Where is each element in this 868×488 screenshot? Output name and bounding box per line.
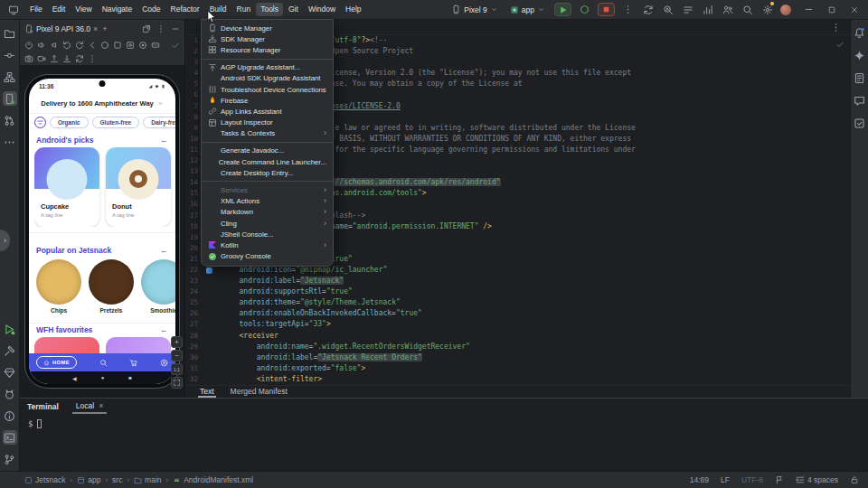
status-line-separator[interactable]: LF	[721, 475, 730, 484]
sync-icon[interactable]	[75, 54, 84, 63]
video-icon[interactable]	[37, 54, 46, 63]
find-action-button[interactable]	[661, 3, 675, 16]
phone-screen[interactable]: 11:36Delivery to 1600 Amphitheater WayOr…	[29, 79, 175, 384]
app-quality-insights-tool-button[interactable]	[3, 365, 17, 380]
nav-search-icon[interactable]	[99, 359, 108, 367]
menu-run[interactable]: Run	[232, 3, 256, 16]
terminal-body[interactable]: $	[20, 414, 868, 428]
profiler-button[interactable]	[578, 3, 591, 16]
menu-item-troubleshoot-device-connections[interactable]: Troubleshoot Device Connections	[202, 84, 333, 95]
snack-card-cupcake[interactable]: CupcakeA tag line	[34, 147, 99, 227]
gradle-sync-button[interactable]	[641, 3, 655, 16]
launcher-icon-preview[interactable]	[206, 267, 212, 274]
editor-more-icon[interactable]	[831, 23, 841, 33]
menu-view[interactable]: View	[71, 3, 96, 16]
menu-file[interactable]: File	[25, 3, 47, 16]
screenshot-icon[interactable]	[126, 41, 135, 50]
menu-item-resource-manager[interactable]: Resource Manager	[202, 44, 333, 55]
menu-item-markdown[interactable]: Markdown›	[202, 207, 333, 218]
menu-refactor[interactable]: Refactor	[166, 3, 204, 16]
more-tool-button[interactable]	[3, 135, 17, 149]
chip-gluten-free[interactable]: Gluten-free	[92, 117, 140, 128]
maximize-button[interactable]	[825, 3, 838, 16]
device-tab[interactable]: Pixel 9 API 36.0×	[24, 24, 98, 33]
android-recents-button[interactable]: ■	[128, 375, 132, 380]
menu-git[interactable]: Git	[284, 3, 303, 16]
chip-organic[interactable]: Organic	[50, 117, 89, 128]
editor-tab-merged-manifest[interactable]: Merged Manifest	[229, 386, 289, 398]
more-actions-button[interactable]	[621, 3, 635, 16]
menu-edit[interactable]: Edit	[48, 3, 71, 16]
status-file-encoding[interactable]: UTF-8	[741, 475, 763, 484]
menu-item-firebase[interactable]: Firebase	[202, 95, 333, 106]
record-icon[interactable]	[138, 41, 147, 50]
run-config-selector[interactable]: app	[507, 4, 548, 16]
home-icon[interactable]	[100, 41, 109, 50]
breadcrumb-src[interactable]: src	[112, 475, 122, 484]
close-icon[interactable]: ×	[99, 401, 103, 410]
close-icon[interactable]: ×	[93, 24, 98, 33]
menu-item-kotlin[interactable]: Kotlin›	[202, 239, 333, 250]
menu-item-create-desktop-entry[interactable]: Create Desktop Entry...	[202, 167, 333, 178]
zoom-in-button[interactable]: +	[171, 336, 183, 348]
status-indent[interactable]: 4 spaces	[796, 475, 838, 484]
menu-tools[interactable]: Tools	[256, 3, 283, 16]
menu-item-create-command-line-launcher[interactable]: Create Command Line Launcher...	[202, 156, 333, 167]
hide-panel-icon[interactable]	[171, 24, 180, 33]
stop-button[interactable]	[598, 3, 615, 16]
zoom-out-button[interactable]: −	[171, 350, 183, 361]
menu-item-jshell-console[interactable]: JShell Console...	[202, 229, 333, 239]
menu-help[interactable]: Help	[341, 3, 365, 16]
gemini-tool-button[interactable]	[853, 49, 866, 62]
commit-tool-button[interactable]	[3, 48, 17, 62]
profiler-bars-button[interactable]	[701, 3, 714, 16]
running-devices-tool-button[interactable]	[3, 91, 17, 106]
overview-icon[interactable]	[113, 41, 122, 50]
menu-navigate[interactable]: Navigate	[98, 3, 137, 16]
editor-tab-text[interactable]: Text	[198, 386, 216, 398]
run-tool-tool-button[interactable]	[3, 322, 17, 336]
problems-tool-button[interactable]	[3, 408, 17, 423]
menu-item-xml-actions[interactable]: XML Actions›	[202, 196, 333, 207]
add-device-tab-button[interactable]: +	[102, 24, 107, 33]
todo-list-button[interactable]	[681, 3, 694, 16]
menu-item-layout-inspector[interactable]: Layout Inspector	[202, 117, 333, 128]
collab-button[interactable]	[721, 3, 734, 16]
push-file-icon[interactable]	[50, 54, 59, 63]
close-button[interactable]	[847, 3, 861, 16]
zoom-fit-button[interactable]	[171, 377, 183, 389]
back-arrow-icon[interactable]: ←	[160, 136, 168, 145]
volume-up-icon[interactable]	[37, 41, 46, 50]
check-icon[interactable]	[171, 41, 180, 50]
avatar[interactable]	[780, 5, 791, 15]
menu-item-cling[interactable]: Cling›	[202, 218, 333, 229]
back-icon[interactable]	[88, 41, 97, 50]
delivery-address-selector[interactable]: Delivery to 1600 Amphitheater Way	[29, 96, 175, 110]
android-back-button[interactable]: ◀	[72, 375, 77, 381]
breadcrumb-app[interactable]: app	[77, 475, 100, 484]
pull-file-icon[interactable]	[62, 54, 71, 63]
pull-requests-tool-button[interactable]	[3, 113, 17, 127]
nav-profile-icon[interactable]	[160, 359, 168, 367]
nav-home-button[interactable]: HOME	[36, 356, 77, 369]
project-tool-button[interactable]	[3, 26, 17, 41]
snack-card-donut[interactable]: DonutA tag line	[106, 147, 171, 227]
open-in-window-icon[interactable]	[142, 24, 151, 33]
menu-item-groovy-console[interactable]: Groovy Console	[202, 251, 333, 262]
menu-item-android-sdk-upgrade-assistant[interactable]: Android SDK Upgrade Assistant	[202, 73, 333, 84]
power-icon[interactable]	[24, 41, 33, 50]
breadcrumb-jetsnack[interactable]: Jetsnack	[24, 475, 66, 484]
status-status-widget[interactable]	[775, 475, 784, 484]
status-caret-position[interactable]: 14:69	[690, 475, 709, 484]
build-tool-button[interactable]	[3, 343, 17, 358]
menu-code[interactable]: Code	[137, 3, 165, 16]
notifications-tool-button[interactable]	[853, 26, 866, 40]
more-vertical-icon[interactable]	[88, 54, 97, 63]
breadcrumb-androidmanifest-xml[interactable]: AndroidManifest.xml	[173, 475, 253, 484]
rotate-left-icon[interactable]	[62, 41, 71, 50]
popular-smoothie[interactable]: Smoothie	[141, 259, 175, 319]
menu-item-tasks-contexts[interactable]: Tasks & Contexts›	[202, 128, 333, 139]
run-button[interactable]	[554, 3, 571, 16]
back-arrow-icon[interactable]: ←	[160, 325, 168, 334]
terminal-tool-button[interactable]	[3, 430, 17, 445]
